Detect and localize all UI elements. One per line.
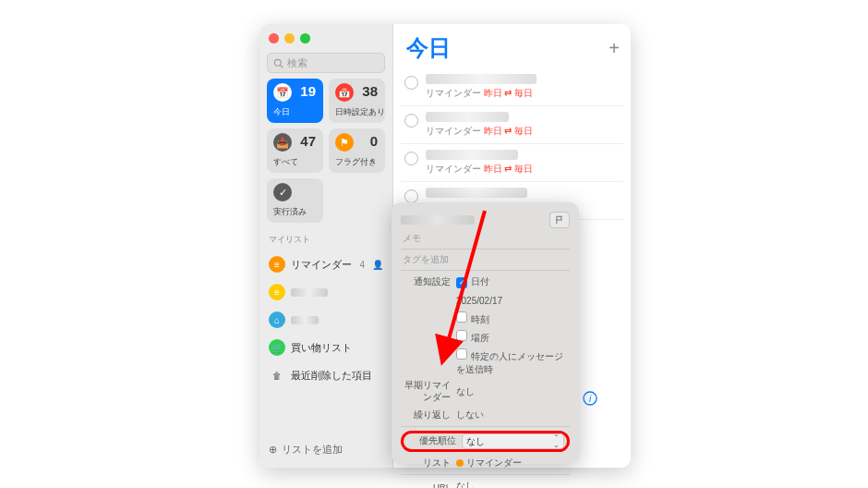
list-label xyxy=(291,288,328,297)
reminder-title xyxy=(426,74,536,84)
maximize-icon[interactable] xyxy=(300,33,310,43)
reminders-list: リマインダー 昨日 ⇄ 毎日 リマインダー 昨日 ⇄ 毎日 リマインダー 昨日 … xyxy=(393,68,631,220)
complete-radio[interactable] xyxy=(404,189,418,203)
list-shopping[interactable]: 🛒 買い物リスト xyxy=(267,336,385,359)
url-value[interactable]: なし xyxy=(456,480,570,488)
card-label: 実行済み xyxy=(273,206,307,218)
close-icon[interactable] xyxy=(269,33,279,43)
card-label: 今日 xyxy=(273,106,290,118)
list-icon: ≡ xyxy=(269,256,285,273)
time-label: 時刻 xyxy=(471,314,489,324)
calendar-icon: 📅 xyxy=(335,83,354,102)
card-completed[interactable]: ✓ 実行済み xyxy=(267,178,323,223)
svg-text:i: i xyxy=(589,394,592,404)
list-icon: ⌂ xyxy=(269,311,285,328)
priority-select[interactable]: なし ⌃⌄ xyxy=(462,433,564,449)
svg-point-0 xyxy=(274,59,281,66)
priority-row-highlight: 優先順位 なし ⌃⌄ xyxy=(401,431,570,452)
complete-radio[interactable] xyxy=(404,76,418,90)
page-title: 今日 xyxy=(406,33,451,63)
chevron-updown-icon: ⌃⌄ xyxy=(553,434,560,449)
plus-icon: ⊕ xyxy=(269,444,277,456)
list-label xyxy=(291,316,319,324)
reminder-item[interactable]: リマインダー 昨日 ⇄ 毎日 xyxy=(401,68,623,106)
list-item[interactable]: ⌂ xyxy=(267,309,385,331)
reminder-title xyxy=(426,188,527,198)
list-reminders[interactable]: ≡ リマインダー 4 👤 xyxy=(267,253,385,275)
add-reminder-button[interactable]: + xyxy=(609,38,620,59)
repeat-label: 繰り返し xyxy=(401,409,456,421)
add-list-label: リストを追加 xyxy=(282,443,343,457)
reminder-detail-popover: メモ タグを追加 通知設定 ✓日付 2025/02/17 時刻 場所 特定の人に… xyxy=(392,202,579,464)
complete-radio[interactable] xyxy=(404,152,418,165)
inbox-icon: 📥 xyxy=(273,133,292,152)
reminder-item[interactable]: リマインダー 昨日 ⇄ 毎日 xyxy=(401,106,623,144)
calendar-icon: 📅 xyxy=(273,83,292,102)
add-list-button[interactable]: ⊕ リストを追加 xyxy=(267,439,385,460)
list-trash[interactable]: 🗑 最近削除した項目 xyxy=(267,364,385,386)
trash-icon: 🗑 xyxy=(269,367,285,384)
notify-label: 通知設定 xyxy=(401,276,456,288)
reminder-subtitle: リマインダー 昨日 ⇄ 毎日 xyxy=(426,88,620,100)
date-label: 日付 xyxy=(471,276,489,287)
list-value: リマインダー xyxy=(466,457,522,470)
reminder-subtitle: リマインダー 昨日 ⇄ 毎日 xyxy=(426,126,620,138)
card-count: 0 xyxy=(370,133,378,149)
sidebar: 検索 📅 19 今日 📅 38 日時設定あり 📥 47 すべて ⚑ 0 フラグ付… xyxy=(259,24,393,468)
time-checkbox[interactable] xyxy=(456,311,467,323)
divider xyxy=(401,426,570,427)
early-reminder-value[interactable]: なし xyxy=(456,385,570,398)
card-count: 38 xyxy=(362,83,378,99)
memo-field[interactable]: メモ xyxy=(403,232,570,245)
messaging-label: 特定の人にメッセージを送信時 xyxy=(456,351,563,374)
priority-label: 優先順位 xyxy=(406,435,462,447)
info-icon[interactable]: i xyxy=(583,391,597,406)
search-input[interactable]: 検索 xyxy=(267,53,385,73)
list-item[interactable]: ≡ xyxy=(267,281,385,303)
card-label: 日時設定あり xyxy=(335,106,385,118)
my-lists-label: マイリスト xyxy=(269,234,383,246)
reminder-title xyxy=(426,112,509,122)
location-checkbox[interactable] xyxy=(456,330,467,341)
window-controls xyxy=(267,31,385,47)
card-all[interactable]: 📥 47 すべて xyxy=(267,128,323,173)
divider xyxy=(401,270,570,271)
card-scheduled[interactable]: 📅 38 日時設定あり xyxy=(329,79,385,123)
svg-line-1 xyxy=(281,65,283,67)
main-header: 今日 + xyxy=(393,24,631,68)
card-today[interactable]: 📅 19 今日 xyxy=(267,79,323,123)
priority-value: なし xyxy=(466,435,485,448)
reminder-title-field[interactable] xyxy=(401,215,475,225)
cart-icon: 🛒 xyxy=(269,339,285,356)
shared-icon: 👤 xyxy=(372,260,383,270)
divider xyxy=(401,249,570,250)
divider xyxy=(401,474,570,475)
card-label: フラグ付き xyxy=(335,156,377,168)
card-count: 47 xyxy=(300,133,316,149)
flag-icon: ⚑ xyxy=(335,133,354,152)
messaging-checkbox[interactable] xyxy=(456,348,467,360)
tags-field[interactable]: タグを追加 xyxy=(403,253,570,266)
list-count: 4 xyxy=(359,260,365,270)
complete-radio[interactable] xyxy=(404,114,418,128)
reminder-item[interactable]: リマインダー 昨日 ⇄ 毎日 xyxy=(401,144,623,182)
list-label: リマインダー xyxy=(291,258,352,272)
flag-button[interactable] xyxy=(549,212,570,228)
date-checkbox[interactable]: ✓ xyxy=(456,277,467,288)
card-count: 19 xyxy=(300,83,316,99)
list-label: 最近削除した項目 xyxy=(291,369,372,383)
smart-lists: 📅 19 今日 📅 38 日時設定あり 📥 47 すべて ⚑ 0 フラグ付き ✓ xyxy=(267,79,385,223)
reminder-subtitle: リマインダー 昨日 ⇄ 毎日 xyxy=(426,164,620,176)
list-field-label: リスト xyxy=(401,458,456,470)
repeat-value[interactable]: しない xyxy=(456,409,570,421)
check-icon: ✓ xyxy=(273,183,292,201)
card-flagged[interactable]: ⚑ 0 フラグ付き xyxy=(329,128,385,173)
list-icon: ≡ xyxy=(269,284,285,300)
date-value[interactable]: 2025/02/17 xyxy=(456,296,570,306)
list-color-dot xyxy=(456,459,464,467)
list-select[interactable]: リマインダー xyxy=(456,457,570,470)
early-reminder-label: 早期リマインダー xyxy=(401,380,456,404)
minimize-icon[interactable] xyxy=(284,33,295,43)
search-icon xyxy=(273,58,283,68)
location-label: 場所 xyxy=(471,333,489,343)
